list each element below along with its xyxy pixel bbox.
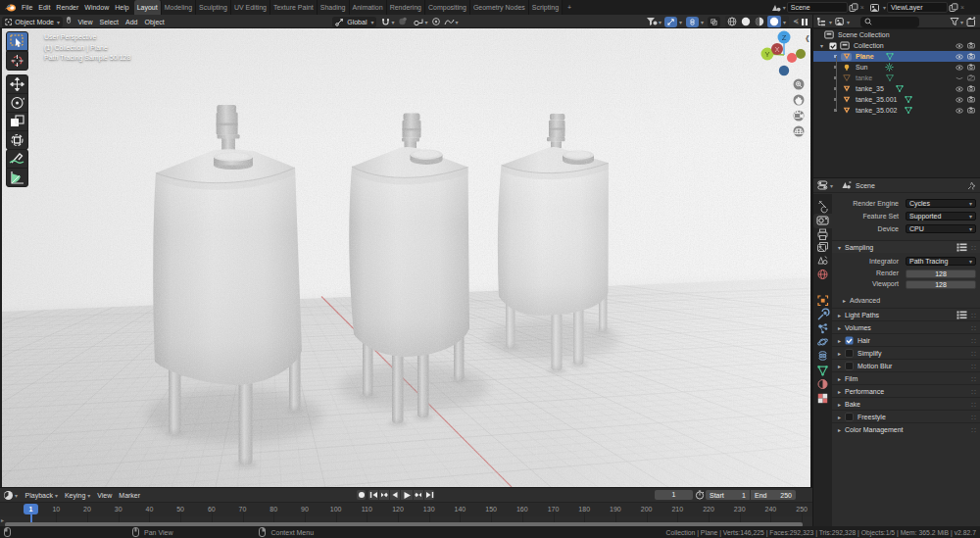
svg-text:Y: Y bbox=[764, 50, 769, 59]
svg-text:Z: Z bbox=[782, 33, 787, 42]
svg-text:X: X bbox=[774, 45, 779, 54]
